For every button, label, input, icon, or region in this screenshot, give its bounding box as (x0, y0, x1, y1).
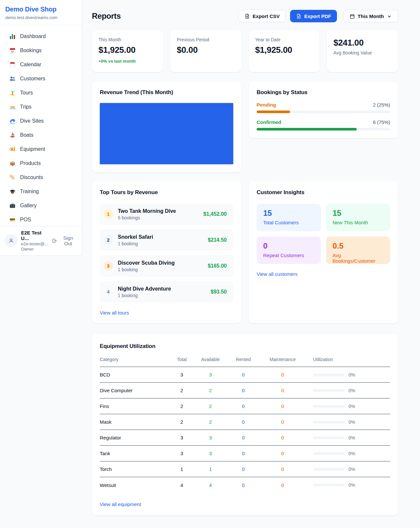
sidebar-header: Demo Dive Shop demo.test.divestreams.com (0, 0, 82, 25)
cell-available: 1 (193, 466, 228, 472)
cell-utilization: 0% (306, 372, 390, 377)
stat-card-previous-period: Previous Period $0.00 (170, 30, 242, 72)
tour-name: Two Tank Morning Dive (118, 208, 176, 214)
cell-maintenance: 0 (259, 451, 306, 456)
bookings-by-status-title: Bookings by Status (257, 89, 390, 96)
stat-value: $1,925.00 (255, 45, 313, 55)
equipment-utilization-title: Equipment Utilization (100, 343, 390, 350)
cell-total: 2 (170, 419, 193, 425)
cell-total: 1 (170, 466, 193, 472)
sidebar-item-discounts[interactable]: Discounts (3, 170, 79, 184)
cell-rented: 0 (228, 466, 259, 472)
camera-icon (9, 202, 16, 209)
col-header-rented: Rented (228, 357, 259, 362)
cell-total: 4 (170, 482, 193, 488)
cell-available: 3 (193, 435, 228, 440)
cell-maintenance: 0 (259, 403, 306, 409)
cell-category: BCD (100, 372, 170, 377)
insight-tile-new-this-month: 15 New This Month (326, 204, 390, 231)
insight-value: 0.5 (333, 241, 384, 251)
col-header-maintenance: Maintenance (259, 357, 306, 362)
insight-tile-total-customers: 15 Total Customers (257, 204, 321, 231)
stat-delta: +0% vs last month (98, 59, 157, 64)
file-download-icon (296, 13, 302, 19)
tour-list-item: 1 Two Tank Morning Dive 5 bookings $1,45… (100, 203, 233, 225)
utilization-value: 0% (348, 482, 355, 488)
sidebar-item-calendar[interactable]: Calendar (3, 57, 79, 71)
rank-badge: 3 (104, 261, 113, 271)
rank-badge: 4 (104, 287, 113, 296)
nav-label: Boats (20, 132, 33, 138)
sidebar-item-trips[interactable]: Trips (3, 100, 79, 114)
table-row: Wetsuit 4 4 0 0 0% (100, 477, 390, 493)
cell-total: 2 (170, 403, 193, 409)
cell-total: 2 (170, 388, 193, 393)
package-icon (9, 160, 16, 167)
sidebar-item-training[interactable]: Training (3, 184, 79, 198)
export-csv-button[interactable]: Export CSV (239, 10, 286, 22)
wave-icon (9, 118, 16, 124)
insight-label: Repeat Customers (263, 253, 314, 258)
stat-label: This Month (98, 37, 157, 42)
top-tours-card: Top Tours by Revenue 1 Two Tank Morning … (92, 181, 241, 323)
utilization-value: 0% (348, 419, 355, 425)
cell-maintenance: 0 (259, 419, 306, 425)
graduation-cap-icon (9, 188, 16, 195)
sidebar-item-tours[interactable]: Tours (3, 86, 79, 100)
customer-insights-card: Customer Insights 15 Total Customers 15 … (249, 181, 398, 323)
status-progress-track (257, 111, 390, 113)
sidebar-item-equipment[interactable]: Equipment (3, 142, 79, 156)
view-all-customers-link[interactable]: View all customers (257, 271, 298, 277)
sidebar-item-boats[interactable]: Boats (3, 128, 79, 142)
nav-label: Bookings (20, 48, 42, 53)
revenue-trend-card: Revenue Trend (This Month) (92, 81, 241, 172)
view-all-tours-link[interactable]: View all tours (100, 310, 129, 315)
cell-utilization: 0% (306, 467, 390, 472)
insight-value: 15 (333, 209, 384, 218)
speedboat-icon (9, 104, 16, 110)
sidebar-nav: Dashboard 17 Bookings Calendar Customers… (0, 25, 82, 230)
cell-category: Tank (100, 451, 170, 456)
period-dropdown[interactable]: This Month (344, 10, 398, 22)
status-label: Confirmed (257, 119, 281, 125)
tour-bookings: 1 booking (118, 293, 171, 298)
nav-label: Trips (20, 104, 32, 110)
cell-rented: 0 (228, 435, 259, 440)
tour-name: Discover Scuba Diving (118, 260, 175, 266)
customer-insights-title: Customer Insights (257, 189, 390, 196)
stat-value: $1,925.00 (98, 45, 157, 55)
logout-icon (52, 238, 57, 244)
view-all-equipment-link[interactable]: View all equipment (100, 501, 141, 507)
main-content: Reports Export CSV Export PDF This Month… (92, 0, 398, 516)
col-header-utilization: Utilization (306, 357, 390, 362)
sidebar-item-pos[interactable]: POS (3, 213, 79, 227)
cell-available: 4 (193, 482, 228, 488)
cell-rented: 0 (228, 388, 259, 393)
cell-utilization: 0% (306, 451, 390, 456)
stat-label: Avg Booking Value (333, 50, 391, 55)
nav-label: Training (20, 189, 39, 194)
sidebar-item-dive-sites[interactable]: Dive Sites (3, 114, 79, 128)
export-pdf-button[interactable]: Export PDF (290, 10, 337, 22)
insight-label: New This Month (333, 220, 384, 225)
cell-category: Torch (100, 466, 170, 472)
stat-cards: This Month $1,925.00 +0% vs last month P… (92, 30, 398, 72)
sign-out-button[interactable]: Sign Out (52, 235, 77, 246)
page-title: Reports (92, 11, 239, 21)
status-progress-fill (257, 111, 290, 113)
cell-maintenance: 0 (259, 435, 306, 440)
table-row: Torch 1 1 0 0 0% (100, 461, 390, 477)
utilization-value: 0% (348, 435, 355, 440)
stat-card-year-to-date: Year to Date $1,925.00 (249, 30, 320, 72)
sidebar-item-bookings[interactable]: 17 Bookings (3, 43, 79, 57)
bookings-by-status-card: Bookings by Status Pending 2 (25%) Confi… (249, 81, 398, 138)
utilization-bar (313, 452, 345, 455)
sidebar-item-dashboard[interactable]: Dashboard (3, 29, 79, 43)
sidebar-item-customers[interactable]: Customers (3, 71, 79, 86)
sidebar-item-gallery[interactable]: Gallery (3, 198, 79, 213)
cell-maintenance: 0 (259, 388, 306, 393)
insight-value: 15 (263, 209, 314, 218)
cell-rented: 0 (228, 403, 259, 409)
sidebar-item-products[interactable]: Products (3, 156, 79, 170)
status-progress-track (257, 128, 390, 131)
